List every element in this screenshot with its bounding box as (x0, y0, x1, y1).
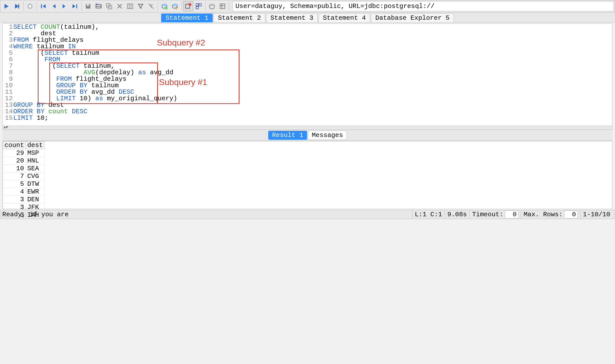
editor-line[interactable]: 2 dest (3, 30, 612, 37)
editor-line[interactable]: 14ORDER BY count DESC (3, 108, 612, 115)
db-explorer-icon[interactable] (207, 1, 217, 11)
statement-tab[interactable]: Statement 3 (266, 14, 318, 22)
svg-text:!: ! (189, 4, 191, 6)
line-number: 15 (3, 115, 13, 121)
column-header[interactable]: count (3, 142, 26, 149)
rollback-icon[interactable] (170, 1, 180, 11)
line-number: 13 (3, 102, 13, 108)
svg-rect-2 (29, 5, 31, 7)
maxrows-field: Max. Rows:0 (521, 210, 580, 219)
svg-rect-4 (76, 4, 77, 8)
table-row[interactable]: 3DEN (3, 196, 45, 204)
main-toolbar: ! User=dataguy, Schema=public, URL=jdbc:… (0, 0, 615, 12)
editor-splitter[interactable]: ▲▼ (3, 126, 612, 130)
cursor-position: L:1 C:1 (412, 210, 445, 219)
table-row[interactable]: 10SEA (3, 165, 45, 172)
status-message: Ready, if you are (2, 211, 412, 218)
autocommit-icon[interactable]: ! (183, 1, 193, 11)
insert-row-icon[interactable] (94, 1, 104, 11)
svg-point-10 (162, 4, 167, 6)
svg-rect-5 (87, 4, 89, 6)
svg-rect-18 (196, 6, 198, 9)
line-number: 7 (3, 63, 13, 69)
line-number: 3 (3, 37, 13, 43)
copy-row-icon[interactable] (104, 1, 114, 11)
table-row[interactable]: 29MSP (3, 149, 45, 157)
select-columns-icon[interactable] (125, 1, 135, 11)
first-icon[interactable] (38, 1, 48, 11)
editor-line[interactable]: 3FROM flight_delays (3, 37, 612, 43)
line-number: 9 (3, 76, 13, 82)
line-number: 5 (3, 50, 13, 56)
svg-rect-16 (196, 4, 198, 6)
stop-icon[interactable] (25, 1, 35, 11)
execute-icon[interactable] (1, 1, 11, 11)
row-range: 1-10/10 (580, 210, 613, 219)
filter-icon[interactable] (136, 1, 146, 11)
append-results-icon[interactable] (194, 1, 204, 11)
exec-time: 9.08s (445, 210, 469, 219)
column-header[interactable]: dest (26, 142, 45, 149)
result-tab[interactable]: Result 1 (268, 131, 307, 140)
delete-row-icon[interactable] (115, 1, 125, 11)
line-number: 14 (3, 108, 13, 115)
editor-line[interactable]: 5 (SELECT tailnum (3, 50, 612, 56)
svg-point-19 (210, 4, 214, 6)
show-objects-icon[interactable] (217, 1, 227, 11)
editor-line[interactable]: 13GROUP BY dest (3, 102, 612, 108)
svg-point-12 (173, 4, 177, 6)
svg-rect-9 (128, 4, 133, 9)
editor-line[interactable]: 4WHERE tailnum IN (3, 43, 612, 50)
line-number: 11 (3, 89, 13, 95)
commit-icon[interactable] (159, 1, 169, 11)
table-row[interactable]: 4EWR (3, 188, 45, 196)
statement-tab[interactable]: Statement 2 (214, 14, 265, 22)
line-number: 8 (3, 69, 13, 76)
last-icon[interactable] (70, 1, 80, 11)
timeout-input[interactable]: 0 (505, 210, 518, 218)
statement-tab[interactable]: Statement 1 (161, 14, 213, 22)
svg-rect-20 (220, 4, 225, 9)
statement-tab[interactable]: Statement 4 (319, 14, 370, 22)
editor-line[interactable]: 9 FROM flight_delays (3, 76, 612, 82)
line-number: 12 (3, 95, 13, 102)
result-tabstrip: Result 1Messages (3, 130, 612, 141)
line-number: 1 (3, 24, 13, 30)
svg-rect-3 (41, 4, 42, 8)
editor-line[interactable]: 7 (SELECT tailnum, (3, 63, 612, 69)
execute-cursor-icon[interactable] (12, 1, 22, 11)
timeout-field: Timeout:0 (469, 210, 521, 219)
subquery-2-label: Subquery #2 (157, 38, 205, 48)
statement-tabstrip: Statement 1Statement 2Statement 3Stateme… (0, 12, 615, 22)
line-number: 4 (3, 43, 13, 50)
editor-line[interactable]: 6 FROM (3, 56, 612, 63)
table-row[interactable]: 5DTW (3, 180, 45, 188)
result-tab[interactable]: Messages (308, 131, 347, 140)
line-number: 6 (3, 56, 13, 63)
maxrows-input[interactable]: 0 (564, 210, 578, 218)
editor-line[interactable]: 10 GROUP BY tailnum (3, 82, 612, 89)
line-number: 10 (3, 82, 13, 89)
next-icon[interactable] (59, 1, 69, 11)
result-grid[interactable]: countdest29MSP20HNL10SEA7CVG5DTW4EWR3DEN… (3, 141, 612, 209)
statement-tab[interactable]: Database Explorer 5 (371, 14, 454, 22)
editor-line[interactable]: 11 ORDER BY avg_dd DESC (3, 89, 612, 95)
line-number: 2 (3, 30, 13, 37)
editor-line[interactable]: 8 AVG(depdelay) as avg_dd (3, 69, 612, 76)
svg-rect-17 (199, 4, 201, 6)
connection-info: User=dataguy, Schema=public, URL=jdbc:po… (233, 1, 614, 11)
save-icon[interactable] (83, 1, 93, 11)
editor-line[interactable]: 15LIMIT 10; (3, 115, 612, 121)
table-row[interactable]: 7CVG (3, 172, 45, 180)
table-row[interactable]: 20HNL (3, 157, 45, 165)
filter-off-icon[interactable] (146, 1, 156, 11)
status-bar: Ready, if you are L:1 C:1 9.08s Timeout:… (0, 210, 615, 219)
subquery-1-label: Subquery #1 (159, 77, 207, 87)
sql-editor[interactable]: 1SELECT COUNT(tailnum),2 dest3FROM fligh… (3, 24, 612, 126)
svg-rect-0 (19, 4, 19, 9)
editor-line[interactable]: 1SELECT COUNT(tailnum), (3, 24, 612, 30)
editor-line[interactable]: 12 LIMIT 10) as my_original_query) (3, 95, 612, 102)
prev-icon[interactable] (49, 1, 59, 11)
